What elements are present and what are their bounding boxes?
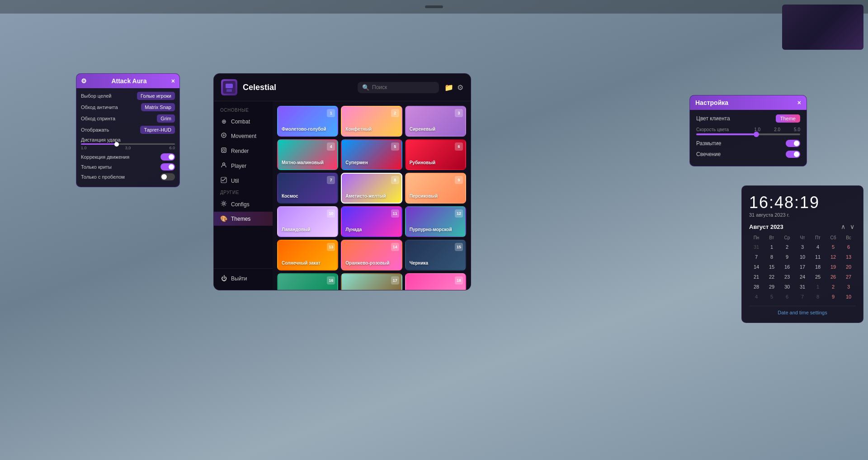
cal-day-w5d2[interactable]: 6 bbox=[780, 292, 794, 301]
theme-card-16[interactable]: 16Эвкалиптовый bbox=[277, 273, 338, 290]
calendar-next[interactable]: ∨ bbox=[849, 223, 856, 230]
folder-icon[interactable]: 📁 bbox=[444, 83, 453, 92]
cal-day-w4d1[interactable]: 29 bbox=[764, 282, 779, 291]
aa-row-sprint: Обход спринта Grim bbox=[81, 114, 175, 123]
theme-card-12[interactable]: 12Пурпурно-морской bbox=[405, 206, 466, 237]
sidebar-item-configs[interactable]: Configs bbox=[214, 197, 273, 212]
celestial-content[interactable]: 1Фиолетово-голубой2Конфетный3Сиреневый4М… bbox=[273, 101, 471, 290]
cal-day-w5d4[interactable]: 8 bbox=[811, 292, 825, 301]
cal-day-w0d4[interactable]: 4 bbox=[811, 242, 825, 251]
cal-day-w1d1[interactable]: 8 bbox=[764, 252, 779, 261]
top-drag-bar bbox=[0, 0, 868, 14]
cal-day-w3d3[interactable]: 24 bbox=[795, 272, 810, 281]
cal-day-w4d4[interactable]: 1 bbox=[811, 282, 825, 291]
cal-day-w2d6[interactable]: 20 bbox=[841, 262, 856, 271]
theme-card-11[interactable]: 11Лунада bbox=[341, 206, 402, 237]
cal-day-w1d4[interactable]: 11 bbox=[811, 252, 825, 261]
space-toggle[interactable] bbox=[160, 173, 175, 180]
cal-day-w4d5[interactable]: 2 bbox=[826, 282, 840, 291]
theme-card-13[interactable]: 13Солнечный закат bbox=[277, 240, 338, 270]
display-dropdown[interactable]: Таргет-HUD bbox=[140, 126, 175, 134]
cal-day-w0d6[interactable]: 6 bbox=[841, 242, 856, 251]
cal-day-w4d6[interactable]: 3 bbox=[841, 282, 856, 291]
settings-color-dropdown[interactable]: Theme bbox=[776, 114, 800, 123]
theme-card-3[interactable]: 3Сиреневый bbox=[405, 106, 466, 137]
blur-toggle[interactable] bbox=[786, 140, 800, 147]
sidebar-item-movement[interactable]: Movement bbox=[214, 128, 273, 143]
color-speed-slider[interactable] bbox=[696, 133, 800, 135]
cal-day-w0d1[interactable]: 1 bbox=[764, 242, 779, 251]
cal-day-w4d0[interactable]: 28 bbox=[749, 282, 764, 291]
sprint-dropdown[interactable]: Grim bbox=[157, 114, 175, 123]
cal-day-w3d2[interactable]: 23 bbox=[780, 272, 794, 281]
calendar-footer[interactable]: Date and time settings bbox=[749, 306, 856, 315]
cal-day-w5d0[interactable]: 4 bbox=[749, 292, 764, 301]
cal-day-w3d1[interactable]: 22 bbox=[764, 272, 779, 281]
cal-day-w2d4[interactable]: 18 bbox=[811, 262, 825, 271]
search-input[interactable] bbox=[372, 84, 434, 90]
cal-day-w4d2[interactable]: 30 bbox=[780, 282, 794, 291]
cal-day-w3d0[interactable]: 21 bbox=[749, 272, 764, 281]
cal-day-w0d0[interactable]: 31 bbox=[749, 242, 764, 251]
theme-card-8[interactable]: 8Аметисто-желтый bbox=[341, 173, 402, 204]
cal-day-w3d5[interactable]: 26 bbox=[826, 272, 840, 281]
cal-day-w2d3[interactable]: 17 bbox=[795, 262, 810, 271]
distance-slider[interactable] bbox=[81, 143, 175, 145]
cal-day-w1d3[interactable]: 10 bbox=[795, 252, 810, 261]
attack-aura-close[interactable]: × bbox=[171, 77, 175, 85]
sidebar-item-render[interactable]: Render bbox=[214, 143, 273, 158]
theme-card-15[interactable]: 15Черника bbox=[405, 240, 466, 270]
cal-day-w0d3[interactable]: 3 bbox=[795, 242, 810, 251]
glow-toggle-thumb bbox=[794, 152, 799, 157]
targets-dropdown[interactable]: Голые игроки bbox=[137, 92, 175, 100]
attack-aura-title: Attack Aura bbox=[111, 77, 146, 85]
sidebar-item-util[interactable]: Util bbox=[214, 173, 273, 188]
theme-card-4[interactable]: 4Мятно-малиновый bbox=[277, 139, 338, 170]
theme-card-7[interactable]: 7Космос bbox=[277, 173, 338, 204]
cal-day-w2d1[interactable]: 15 bbox=[764, 262, 779, 271]
cal-day-w4d3[interactable]: 31 bbox=[795, 282, 810, 291]
cal-day-w0d2[interactable]: 2 bbox=[780, 242, 794, 251]
cal-day-w2d2[interactable]: 16 bbox=[780, 262, 794, 271]
theme-card-2[interactable]: 2Конфетный bbox=[341, 106, 402, 137]
cal-day-w5d3[interactable]: 7 bbox=[795, 292, 810, 301]
cal-day-w1d6[interactable]: 13 bbox=[841, 252, 856, 261]
theme-card-1[interactable]: 1Фиолетово-голубой bbox=[277, 106, 338, 137]
theme-card-10[interactable]: 10Лавандовый bbox=[277, 206, 338, 237]
cal-day-w1d2[interactable]: 9 bbox=[780, 252, 794, 261]
cal-day-w0d5[interactable]: 5 bbox=[826, 242, 840, 251]
theme-card-17[interactable]: 17Мятный шоколад bbox=[341, 273, 402, 290]
glow-toggle[interactable] bbox=[786, 151, 800, 158]
crits-toggle[interactable] bbox=[160, 163, 175, 171]
cal-header-Вт: Вт bbox=[764, 234, 779, 242]
theme-card-5[interactable]: 5Супермен bbox=[341, 139, 402, 170]
cal-day-w2d5[interactable]: 19 bbox=[826, 262, 840, 271]
theme-card-18[interactable]: 18Малиновый смузи bbox=[405, 273, 466, 290]
celestial-search[interactable]: 🔍 bbox=[358, 82, 439, 93]
cal-day-w1d0[interactable]: 7 bbox=[749, 252, 764, 261]
cal-day-w5d6[interactable]: 10 bbox=[841, 292, 856, 301]
settings-icon[interactable]: ⚙ bbox=[457, 83, 463, 92]
cal-day-w2d0[interactable]: 14 bbox=[749, 262, 764, 271]
logout-item[interactable]: ⏻ Выйти bbox=[214, 271, 273, 285]
cal-day-w5d5[interactable]: 9 bbox=[826, 292, 840, 301]
cal-day-w3d4[interactable]: 25 bbox=[811, 272, 825, 281]
sidebar-item-themes[interactable]: 🎨 Themes bbox=[214, 212, 273, 226]
settings-close[interactable]: × bbox=[797, 99, 801, 106]
theme-card-6[interactable]: 6Рубиновый bbox=[405, 139, 466, 170]
theme-card-9[interactable]: 9Персиковый bbox=[405, 173, 466, 204]
correction-toggle[interactable] bbox=[160, 153, 175, 161]
anticheat-dropdown[interactable]: Matrix Snap bbox=[141, 103, 175, 111]
theme-card-14[interactable]: 14Оранжево-розовый bbox=[341, 240, 402, 270]
settings-glow-label: Свечение bbox=[696, 151, 721, 157]
aa-label-targets: Выбор целей bbox=[81, 93, 111, 99]
sidebar-item-combat[interactable]: ⊕ Combat bbox=[214, 114, 273, 128]
cal-day-w3d6[interactable]: 27 bbox=[841, 272, 856, 281]
cal-day-w5d1[interactable]: 5 bbox=[764, 292, 779, 301]
cal-day-w1d5[interactable]: 12 bbox=[826, 252, 840, 261]
cal-header-Сб: Сб bbox=[826, 234, 840, 242]
configs-icon bbox=[220, 200, 227, 208]
sidebar-item-player[interactable]: Player bbox=[214, 158, 273, 173]
theme-name-14: Оранжево-розовый bbox=[345, 261, 397, 266]
calendar-prev[interactable]: ∧ bbox=[840, 223, 847, 230]
